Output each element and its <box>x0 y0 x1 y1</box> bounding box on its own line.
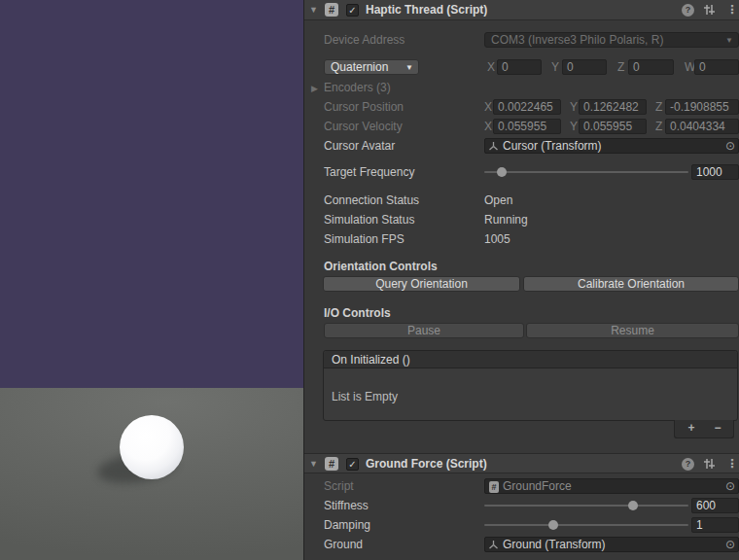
simulation-fps-value: 1005 <box>484 231 510 247</box>
stiffness-row: Stiffness 600 <box>304 498 739 513</box>
damping-row: Damping 1 <box>304 517 739 533</box>
pause-button[interactable]: Pause <box>324 323 524 338</box>
csharp-script-icon: # <box>325 3 338 17</box>
ground-force-header[interactable]: ▼ # ✓ Ground Force (Script) ? ⋮ <box>304 453 739 473</box>
axis-x-label: X <box>484 119 492 134</box>
haptic-thread-header[interactable]: ▼ # ✓ Haptic Thread (Script) ? ⋮ <box>304 0 739 20</box>
ground-object-field[interactable]: Ground (Transform) ⊙ <box>484 537 739 552</box>
object-picker-icon[interactable]: ⊙ <box>725 139 735 154</box>
cursor-velocity-z-field[interactable]: 0.0404334 <box>665 119 739 134</box>
cursor-velocity-x-field[interactable]: 0.055955 <box>493 119 561 134</box>
event-list-footer: + − <box>674 420 734 438</box>
component-title: Haptic Thread (Script) <box>366 0 487 20</box>
damping-slider-track[interactable] <box>484 524 688 526</box>
orientation-buttons-row: Query Orientation Calibrate Orientation <box>304 276 739 292</box>
unity-editor-window: ▼ # ✓ Haptic Thread (Script) ? ⋮ Device … <box>0 0 739 560</box>
orientation-controls-heading-row: Orientation Controls <box>304 259 739 274</box>
ground-row: Ground Ground (Transform) ⊙ <box>304 537 739 552</box>
help-icon[interactable]: ? <box>682 4 694 17</box>
cursor-position-row: Cursor Position X 0.0022465 Y 0.1262482 … <box>304 99 739 115</box>
presets-icon[interactable] <box>702 3 716 19</box>
help-icon[interactable]: ? <box>682 458 694 471</box>
cursor-avatar-value: Cursor (Transform) <box>503 139 602 154</box>
device-address-value: COM3 (Inverse3 Philo Polaris, R) <box>491 33 663 47</box>
damping-label: Damping <box>324 517 370 533</box>
cursor-position-label: Cursor Position <box>324 99 404 115</box>
add-event-button[interactable]: + <box>680 420 703 437</box>
io-controls-heading: I/O Controls <box>324 305 391 321</box>
simulation-status-row: Simulation Status Running <box>304 212 739 228</box>
csharp-script-icon: # <box>325 457 338 471</box>
target-frequency-row: Target Frequency 1000 <box>304 164 739 180</box>
script-object-field[interactable]: # GroundForce ⊙ <box>484 478 739 494</box>
simulation-fps-label: Simulation FPS <box>324 231 405 247</box>
quaternion-mode-value: Quaternion <box>331 60 388 74</box>
cursor-velocity-label: Cursor Velocity <box>324 119 403 134</box>
cursor-avatar-object-field[interactable]: Cursor (Transform) ⊙ <box>484 138 739 154</box>
axis-z-label: Z <box>617 59 624 75</box>
cursor-avatar-row: Cursor Avatar Cursor (Transform) ⊙ <box>304 138 739 154</box>
foldout-open-icon[interactable]: ▼ <box>309 5 318 15</box>
device-address-row: Device Address COM3 (Inverse3 Philo Pola… <box>304 32 739 48</box>
quaternion-row: Quaternion ▼ X 0 Y 0 Z 0 W 0 <box>304 59 739 75</box>
quaternion-w-field[interactable]: 0 <box>694 59 739 75</box>
target-frequency-slider-track[interactable] <box>484 171 688 173</box>
component-enabled-checkbox[interactable]: ✓ <box>346 458 359 471</box>
quaternion-z-field[interactable]: 0 <box>628 59 674 75</box>
io-controls-heading-row: I/O Controls <box>304 305 739 321</box>
sphere-object[interactable] <box>120 415 184 479</box>
axis-z-label: Z <box>655 99 662 115</box>
connection-status-row: Connection Status Open <box>304 192 739 208</box>
transform-icon <box>488 141 499 155</box>
cursor-velocity-y-field[interactable]: 0.055955 <box>579 119 647 134</box>
connection-status-label: Connection Status <box>324 192 419 208</box>
foldout-closed-icon[interactable]: ▶ <box>311 84 318 93</box>
event-list-empty-text: List is Empty <box>332 390 398 403</box>
target-frequency-slider-handle[interactable] <box>497 167 507 177</box>
calibrate-orientation-button[interactable]: Calibrate Orientation <box>523 276 739 292</box>
stiffness-slider-handle[interactable] <box>628 501 638 510</box>
io-buttons-row: Pause Resume <box>304 323 739 338</box>
presets-icon[interactable] <box>702 457 716 473</box>
kebab-menu-icon[interactable]: ⋮ <box>726 4 738 17</box>
quaternion-x-field[interactable]: 0 <box>497 59 542 75</box>
cursor-position-z-field[interactable]: -0.1908855 <box>665 99 739 115</box>
scene-view[interactable] <box>0 0 303 560</box>
inspector-panel: ▼ # ✓ Haptic Thread (Script) ? ⋮ Device … <box>303 0 739 560</box>
cursor-position-y-field[interactable]: 0.1262482 <box>579 99 647 115</box>
device-address-dropdown[interactable]: COM3 (Inverse3 Philo Polaris, R) ▼ <box>484 32 739 48</box>
chevron-down-icon: ▼ <box>725 33 733 48</box>
stiffness-slider-track[interactable] <box>484 505 688 507</box>
simulation-fps-row: Simulation FPS 1005 <box>304 231 739 247</box>
orientation-controls-heading: Orientation Controls <box>324 259 438 274</box>
kebab-menu-icon[interactable]: ⋮ <box>726 458 738 471</box>
simulation-status-value: Running <box>484 212 528 228</box>
object-picker-icon[interactable]: ⊙ <box>725 479 735 494</box>
simulation-status-label: Simulation Status <box>324 212 414 228</box>
quaternion-mode-dropdown[interactable]: Quaternion ▼ <box>324 59 419 75</box>
on-initialized-event-list: On Initialized () List is Empty <box>323 350 738 421</box>
cursor-velocity-row: Cursor Velocity X 0.055955 Y 0.055955 Z … <box>304 119 739 134</box>
component-enabled-checkbox[interactable]: ✓ <box>346 4 359 17</box>
axis-x-label: X <box>487 59 495 75</box>
query-orientation-button[interactable]: Query Orientation <box>323 276 520 292</box>
axis-y-label: Y <box>551 59 559 75</box>
script-label: Script <box>324 478 354 494</box>
component-title: Ground Force (Script) <box>366 454 487 474</box>
resume-button[interactable]: Resume <box>526 323 739 338</box>
damping-value-field[interactable]: 1 <box>691 517 739 533</box>
device-address-label: Device Address <box>324 32 405 48</box>
target-frequency-value-field[interactable]: 1000 <box>691 164 739 180</box>
axis-y-label: Y <box>570 119 578 134</box>
quaternion-y-field[interactable]: 0 <box>562 59 607 75</box>
object-picker-icon[interactable]: ⊙ <box>725 538 735 552</box>
cursor-position-x-field[interactable]: 0.0022465 <box>493 99 561 115</box>
foldout-open-icon[interactable]: ▼ <box>309 459 318 469</box>
ground-label: Ground <box>324 537 363 552</box>
remove-event-button[interactable]: − <box>706 420 729 437</box>
damping-slider-handle[interactable] <box>548 520 558 530</box>
script-row: Script # GroundForce ⊙ <box>304 478 739 494</box>
event-list-header[interactable]: On Initialized () <box>324 351 737 368</box>
stiffness-value-field[interactable]: 600 <box>691 498 739 513</box>
encoders-label: Encoders (3) <box>324 80 391 95</box>
